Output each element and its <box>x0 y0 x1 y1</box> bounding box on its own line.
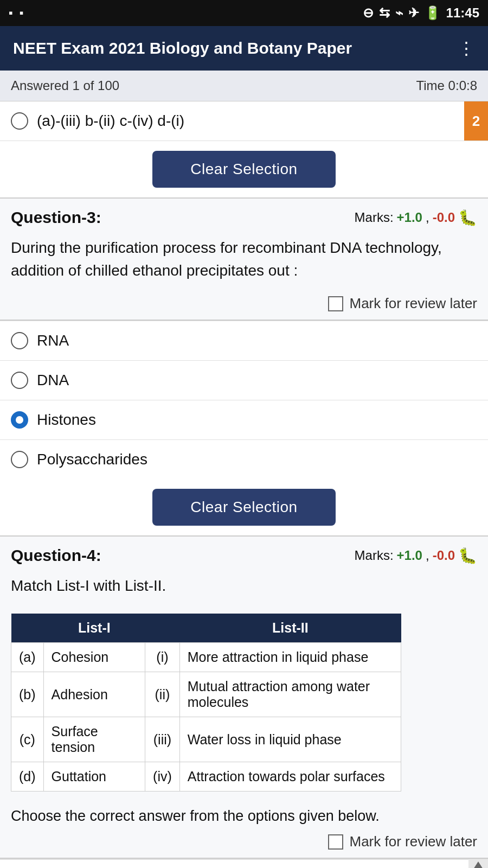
table-header-col3 <box>145 614 180 643</box>
scrollbar[interactable] <box>468 859 488 868</box>
airplane-icon: ✈ <box>408 5 419 21</box>
bug-icon-4: 🐛 <box>458 547 477 565</box>
table-header-list1: List-I <box>43 614 145 643</box>
table-cell-more-attraction: More attraction in liquid phase <box>179 643 401 672</box>
option-dna-label: DNA <box>37 372 69 389</box>
question-3-header: Question-3: Marks: +1.0 , -0.0 🐛 <box>0 199 488 231</box>
battery-icon: 🔋 <box>425 5 441 21</box>
status-bar-left: ▪ ▪ <box>9 6 24 20</box>
table-cell-cohesion: Cohesion <box>43 643 145 672</box>
number-badge: 2 <box>464 101 488 141</box>
table-cell-iii-label: (iii) <box>145 717 180 762</box>
clear-selection-row-1: Clear Selection <box>0 141 488 199</box>
table-cell-adhesion: Adhesion <box>43 672 145 717</box>
table-cell-i-label: (i) <box>145 643 180 672</box>
option-dna[interactable]: DNA <box>0 360 488 400</box>
question-4-marks: Marks: +1.0 , -0.0 🐛 <box>355 547 477 565</box>
question-4-header: Question-4: Marks: +1.0 , -0.0 🐛 <box>0 537 488 569</box>
app-icon-2: ▪ <box>20 6 24 20</box>
progress-bar: Answered 1 of 100 Time 0:0:8 <box>0 71 488 101</box>
review-checkbox-3[interactable] <box>328 296 343 311</box>
marks-plus-3: +1.0 <box>397 210 422 225</box>
clear-selection-row-2: Clear Selection <box>0 479 488 537</box>
app-title: NEET Exam 2021 Biology and Botany Paper <box>13 39 352 58</box>
marks-plus-4: +1.0 <box>397 548 422 563</box>
choose-text: Choose the correct answer from the optio… <box>0 800 488 828</box>
minus-circle-icon: ⊖ <box>363 5 374 21</box>
radio-rna[interactable] <box>11 332 28 349</box>
question-4-table-container: List-I List-II (a) Cohesion (i) More att… <box>0 605 488 800</box>
table-cell-water-loss: Water loss in liquid phase <box>179 717 401 762</box>
bottom-option-row[interactable]: (a)-(ii) b-(iv) c-(i) d-(iii) <box>0 859 488 868</box>
table-cell-guttation: Guttation <box>43 762 145 792</box>
question-4-text: Match List-I with List-II. <box>0 569 488 605</box>
radio-dna[interactable] <box>11 372 28 389</box>
arrows-icon: ⇆ <box>379 5 390 21</box>
table-cell-a-label: (a) <box>11 643 44 672</box>
table-header-col1 <box>11 614 44 643</box>
option-rna[interactable]: RNA <box>0 321 488 360</box>
match-table: List-I List-II (a) Cohesion (i) More att… <box>11 614 401 792</box>
bottom-section: (a)-(ii) b-(iv) c-(i) d-(iii) <box>0 859 488 868</box>
app-icon-1: ▪ <box>9 6 13 20</box>
review-label-3: Mark for review later <box>350 295 478 312</box>
table-cell-surface-tension: Surface tension <box>43 717 145 762</box>
table-row: (a) Cohesion (i) More attraction in liqu… <box>11 643 401 672</box>
table-cell-c-label: (c) <box>11 717 44 762</box>
clear-selection-button-1[interactable]: Clear Selection <box>152 151 335 188</box>
option-histones[interactable]: Histones <box>0 400 488 439</box>
app-header: NEET Exam 2021 Biology and Botany Paper … <box>0 26 488 71</box>
question-4-card: Question-4: Marks: +1.0 , -0.0 🐛 Match L… <box>0 537 488 859</box>
table-row: (b) Adhesion (ii) Mutual attraction amon… <box>11 672 401 717</box>
table-row: (c) Surface tension (iii) Water loss in … <box>11 717 401 762</box>
marks-label-4: Marks: <box>355 548 394 563</box>
question-4-number: Question-4: <box>11 546 101 565</box>
answered-count: Answered 1 of 100 <box>11 78 119 93</box>
radio-option-top[interactable] <box>11 112 28 130</box>
table-cell-ii-label: (ii) <box>145 672 180 717</box>
status-bar: ▪ ▪ ⊖ ⇆ ⌁ ✈ 🔋 11:45 <box>0 0 488 26</box>
table-row: (d) Guttation (iv) Attraction towards po… <box>11 762 401 792</box>
clear-selection-button-2[interactable]: Clear Selection <box>152 489 335 526</box>
radio-histones[interactable] <box>11 411 28 429</box>
table-cell-d-label: (d) <box>11 762 44 792</box>
table-cell-mutual-attraction: Mutual attraction among water molecules <box>179 672 401 717</box>
option-histones-label: Histones <box>37 411 96 429</box>
option-polysaccharides[interactable]: Polysaccharides <box>0 439 488 479</box>
table-cell-b-label: (b) <box>11 672 44 717</box>
question-3-number: Question-3: <box>11 208 101 227</box>
network-icon: ⌁ <box>395 5 403 21</box>
question-4-review-row: Mark for review later <box>0 828 488 858</box>
clock: 11:45 <box>446 5 479 21</box>
scroll-up-arrow[interactable] <box>473 861 483 868</box>
status-bar-right: ⊖ ⇆ ⌁ ✈ 🔋 11:45 <box>363 5 479 21</box>
option-polysaccharides-label: Polysaccharides <box>37 451 147 468</box>
option-rna-label: RNA <box>37 332 69 349</box>
review-checkbox-4[interactable] <box>328 834 343 850</box>
question-3-marks: Marks: +1.0 , -0.0 🐛 <box>355 209 477 227</box>
question-3-review-row: Mark for review later <box>0 290 488 320</box>
table-header-list2: List-II <box>179 614 401 643</box>
top-option-text: (a)-(iii) b-(ii) c-(iv) d-(i) <box>37 112 184 130</box>
radio-polysaccharides[interactable] <box>11 451 28 468</box>
marks-comma-3: , <box>426 210 429 225</box>
timer: Time 0:0:8 <box>416 78 478 93</box>
table-cell-attraction-polar: Attraction towards polar surfaces <box>179 762 401 792</box>
more-options-icon[interactable]: ⋮ <box>458 38 475 59</box>
table-cell-iv-label: (iv) <box>145 762 180 792</box>
bug-icon-3: 🐛 <box>458 209 477 227</box>
marks-label-3: Marks: <box>355 210 394 225</box>
marks-comma-4: , <box>426 548 429 563</box>
question-3-card: Question-3: Marks: +1.0 , -0.0 🐛 During … <box>0 199 488 321</box>
marks-minus-3: -0.0 <box>433 210 455 225</box>
marks-minus-4: -0.0 <box>433 548 455 563</box>
review-label-4: Mark for review later <box>350 833 478 850</box>
top-option-row[interactable]: (a)-(iii) b-(ii) c-(iv) d-(i) 2 <box>0 101 488 141</box>
question-3-text: During the purification process for reco… <box>0 231 488 290</box>
